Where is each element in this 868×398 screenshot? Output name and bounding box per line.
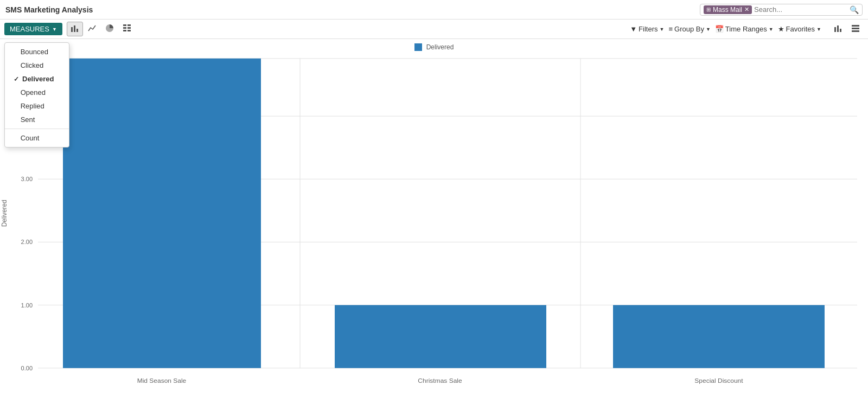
favorites-label: Favorites (786, 25, 815, 33)
legend-label: Delivered (426, 43, 454, 51)
chart-svg: 0.00 1.00 2.00 3.00 4.00 Delivered Mid S… (0, 53, 868, 395)
svg-rect-10 (837, 25, 839, 32)
chart-svg-container: 0.00 1.00 2.00 3.00 4.00 Delivered Mid S… (0, 53, 868, 395)
measures-container: MEASURES ▼ Bounced Clicked ✓ Delivered O… (4, 23, 62, 35)
svg-rect-6 (127, 27, 131, 29)
svg-rect-13 (852, 28, 859, 29)
group-by-button[interactable]: ≡ Group By ▼ (668, 25, 710, 33)
svg-text:2.00: 2.00 (21, 239, 33, 245)
search-area: ⊞ Mass Mail ✕ 🔍 (700, 4, 863, 16)
top-bar: SMS Marketing Analysis ⊞ Mass Mail ✕ 🔍 (0, 0, 868, 20)
search-tag-label: Mass Mail (713, 6, 742, 14)
search-input[interactable] (754, 5, 850, 14)
x-label-christmas-sale: Christmas Sale (418, 377, 462, 384)
filters-button[interactable]: ▼ Filters ▼ (630, 25, 664, 33)
dropdown-item-clicked[interactable]: Clicked (5, 59, 69, 72)
page-title: SMS Marketing Analysis (5, 5, 700, 14)
dropdown-item-opened[interactable]: Opened (5, 86, 69, 99)
toolbar: MEASURES ▼ Bounced Clicked ✓ Delivered O… (0, 20, 868, 39)
chart-legend: Delivered (0, 39, 868, 53)
search-button[interactable]: 🔍 (850, 5, 859, 14)
time-ranges-label: Time Ranges (725, 25, 767, 33)
group-by-label: Group By (674, 25, 704, 33)
svg-rect-1 (74, 25, 75, 32)
dropdown-separator (5, 129, 69, 129)
bar-special-discount (613, 305, 825, 368)
search-tag[interactable]: ⊞ Mass Mail ✕ (704, 5, 752, 14)
measures-arrow-icon: ▼ (52, 27, 57, 32)
favorites-button[interactable]: ★ Favorites ▼ (778, 25, 821, 33)
svg-rect-11 (840, 29, 841, 32)
time-ranges-button[interactable]: 📅 Time Ranges ▼ (715, 25, 774, 33)
right-filters: ▼ Filters ▼ ≡ Group By ▼ 📅 Time Ranges ▼… (630, 22, 864, 36)
bar-christmas-sale (335, 305, 546, 368)
dropdown-item-replied[interactable]: Replied (5, 99, 69, 113)
svg-rect-8 (127, 30, 131, 31)
svg-text:Delivered: Delivered (1, 200, 8, 227)
x-label-special-discount: Special Discount (694, 377, 743, 384)
pie-chart-btn[interactable] (101, 22, 118, 36)
graph-view-btn[interactable] (830, 22, 846, 36)
bar-chart-btn[interactable] (67, 22, 83, 36)
measures-label: MEASURES (10, 25, 49, 33)
svg-rect-3 (123, 24, 126, 26)
svg-rect-2 (76, 29, 78, 32)
line-chart-btn[interactable] (84, 22, 100, 36)
view-buttons (830, 22, 864, 36)
legend-color-box (414, 43, 422, 51)
svg-rect-9 (834, 27, 836, 32)
chart-area: Delivered 0.00 1.00 2.00 3.00 4.00 (0, 39, 868, 398)
list-view-btn[interactable] (847, 22, 864, 36)
dropdown-item-count[interactable]: Count (5, 131, 69, 145)
x-label-mid-season-sale: Mid Season Sale (137, 377, 187, 384)
filters-label: Filters (639, 25, 658, 33)
svg-rect-12 (852, 25, 859, 27)
svg-text:0.00: 0.00 (21, 365, 33, 371)
chart-type-buttons (67, 22, 135, 36)
pivot-chart-btn[interactable] (119, 22, 135, 36)
dropdown-item-delivered[interactable]: ✓ Delivered (5, 72, 69, 86)
dropdown-item-bounced[interactable]: Bounced (5, 45, 69, 59)
svg-rect-14 (852, 30, 859, 32)
dropdown-item-sent[interactable]: Sent (5, 113, 69, 126)
svg-rect-4 (127, 24, 131, 26)
search-tag-close[interactable]: ✕ (744, 6, 749, 13)
svg-text:3.00: 3.00 (21, 176, 33, 182)
svg-text:1.00: 1.00 (21, 302, 33, 309)
svg-rect-7 (123, 30, 126, 31)
tag-icon: ⊞ (706, 7, 711, 12)
measures-dropdown: Bounced Clicked ✓ Delivered Opened Repli… (4, 42, 69, 147)
svg-rect-0 (71, 27, 73, 32)
bar-mid-season-sale (63, 59, 261, 368)
measures-button[interactable]: MEASURES ▼ (4, 23, 62, 35)
svg-rect-5 (123, 27, 126, 29)
